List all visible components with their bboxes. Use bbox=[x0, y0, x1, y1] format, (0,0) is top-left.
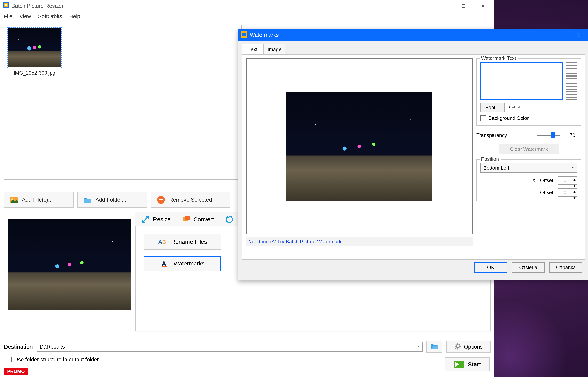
watermarks-button[interactable]: A Watermarks bbox=[144, 256, 221, 271]
svg-line-25 bbox=[459, 344, 460, 345]
help-button[interactable]: Справка bbox=[550, 262, 582, 273]
x-offset-label: X - Offset bbox=[532, 177, 553, 184]
use-folder-structure-checkbox[interactable] bbox=[6, 357, 12, 363]
font-description: Arial, 14 bbox=[509, 106, 520, 109]
transparency-label: Transparency bbox=[476, 132, 533, 138]
spin-down-icon[interactable]: ▾ bbox=[572, 183, 577, 188]
svg-text:A: A bbox=[158, 239, 162, 245]
tab-resize-label: Resize bbox=[153, 216, 171, 223]
clear-watermark-button[interactable]: Clear Watermark bbox=[499, 144, 559, 154]
watermarks-label: Watermarks bbox=[174, 260, 205, 267]
menu-help[interactable]: Help bbox=[69, 13, 80, 20]
destination-combo[interactable]: D:\Results bbox=[37, 342, 422, 352]
dialog-title: Watermarks bbox=[250, 32, 279, 38]
chevron-down-icon bbox=[571, 165, 575, 171]
y-offset-spinner[interactable]: 0 ▴▾ bbox=[558, 188, 577, 197]
preview-image bbox=[8, 219, 131, 310]
watermark-letter-icon: A bbox=[160, 259, 169, 268]
rotate-icon bbox=[225, 215, 234, 224]
folder-icon bbox=[83, 195, 92, 204]
tab-resize[interactable]: Resize bbox=[135, 212, 176, 226]
font-button[interactable]: Font... bbox=[480, 103, 505, 112]
dialog-app-icon bbox=[241, 31, 247, 39]
window-title: Batch Picture Resizer bbox=[12, 3, 63, 9]
tab-convert[interactable]: Convert bbox=[176, 212, 219, 226]
position-group-title: Position bbox=[480, 156, 501, 162]
x-offset-spinner[interactable]: 0 ▴▾ bbox=[558, 176, 577, 185]
options-button[interactable]: Options bbox=[446, 341, 491, 353]
thumbnail-image bbox=[7, 27, 62, 68]
maximize-button[interactable] bbox=[454, 0, 473, 12]
menu-view[interactable]: View bbox=[19, 13, 31, 20]
dialog-tab-image-label: Image bbox=[268, 47, 281, 52]
svg-rect-13 bbox=[185, 216, 190, 220]
position-combo[interactable]: Bottom Left bbox=[480, 163, 577, 173]
tab-rotate[interactable] bbox=[219, 212, 240, 226]
dialog-titlebar: Watermarks bbox=[238, 29, 588, 41]
align-right-button[interactable] bbox=[566, 82, 577, 90]
resize-icon bbox=[141, 215, 150, 224]
minimize-button[interactable] bbox=[434, 0, 454, 12]
svg-rect-9 bbox=[84, 199, 91, 203]
ok-button[interactable]: OK bbox=[474, 262, 507, 273]
svg-rect-28 bbox=[242, 33, 246, 36]
menu-file[interactable]: File bbox=[4, 13, 12, 20]
svg-line-24 bbox=[459, 348, 460, 349]
svg-text:A: A bbox=[162, 260, 167, 267]
svg-line-26 bbox=[456, 348, 456, 349]
position-group: Position Bottom Left X - Offset 0 ▴▾ bbox=[476, 159, 581, 201]
preview-panel bbox=[4, 212, 135, 332]
destination-label: Destination bbox=[4, 343, 33, 350]
chevron-down-icon bbox=[416, 344, 420, 350]
dialog-tab-text[interactable]: Text bbox=[242, 44, 264, 54]
transparency-value[interactable]: 70 bbox=[564, 131, 581, 139]
dialog-tab-image[interactable]: Image bbox=[264, 44, 285, 54]
watermark-text-input[interactable] bbox=[480, 62, 563, 100]
position-value: Bottom Left bbox=[483, 165, 509, 171]
svg-text:B: B bbox=[162, 239, 166, 245]
tab-convert-label: Convert bbox=[193, 216, 214, 223]
svg-point-18 bbox=[456, 345, 459, 348]
spin-down-icon[interactable]: ▾ bbox=[572, 195, 577, 200]
browse-folder-button[interactable] bbox=[426, 341, 442, 353]
watermark-text-group: Watermark Text Font... bbox=[476, 58, 581, 126]
add-folder-label: Add Folder... bbox=[96, 197, 126, 203]
thumbnail-pane[interactable]: IMG_2952-300.jpg bbox=[4, 24, 242, 180]
thumbnail-filename: IMG_2952-300.jpg bbox=[6, 70, 63, 76]
y-offset-value: 0 bbox=[558, 188, 572, 196]
use-folder-structure-label: Use folder structure in output folder bbox=[14, 356, 99, 363]
promo-badge[interactable]: PROMO bbox=[4, 368, 27, 375]
add-files-label: Add File(s)... bbox=[22, 197, 53, 203]
destination-value: D:\Results bbox=[40, 344, 65, 350]
remove-icon bbox=[156, 195, 166, 204]
align-left-button[interactable] bbox=[566, 62, 577, 71]
close-button[interactable] bbox=[473, 0, 493, 12]
start-label: Start bbox=[468, 361, 481, 368]
options-label: Options bbox=[464, 344, 483, 350]
folder-open-icon bbox=[430, 342, 439, 351]
picture-add-icon bbox=[9, 195, 18, 204]
remove-selected-button[interactable]: Remove Selected bbox=[151, 192, 230, 208]
menu-softorbits[interactable]: SoftOrbits bbox=[38, 13, 62, 20]
background-color-checkbox[interactable] bbox=[480, 115, 486, 121]
cancel-button[interactable]: Отмена bbox=[512, 262, 545, 273]
add-folder-button[interactable]: Add Folder... bbox=[77, 192, 147, 208]
spin-up-icon[interactable]: ▴ bbox=[572, 177, 577, 183]
y-offset-label: Y - Offset bbox=[532, 189, 553, 196]
add-files-button[interactable]: Add File(s)... bbox=[4, 192, 74, 208]
transparency-slider[interactable] bbox=[537, 135, 560, 136]
thumbnail-item[interactable]: IMG_2952-300.jpg bbox=[6, 27, 63, 76]
align-justify-button[interactable] bbox=[566, 91, 577, 100]
x-offset-value: 0 bbox=[558, 177, 572, 184]
start-button[interactable]: Start bbox=[445, 357, 490, 371]
menu-bar: File View SoftOrbits Help bbox=[0, 12, 494, 21]
spin-up-icon[interactable]: ▴ bbox=[572, 188, 577, 195]
convert-icon bbox=[181, 215, 191, 224]
dialog-close-button[interactable] bbox=[572, 29, 585, 41]
align-center-button[interactable] bbox=[566, 72, 577, 80]
slider-thumb[interactable] bbox=[551, 132, 555, 138]
rename-icon: AB bbox=[157, 237, 167, 247]
need-more-link[interactable]: Need more? Try Batch Picture Watermark bbox=[246, 237, 473, 246]
rename-files-button[interactable]: AB Rename Files bbox=[144, 234, 221, 250]
svg-line-23 bbox=[456, 344, 456, 345]
